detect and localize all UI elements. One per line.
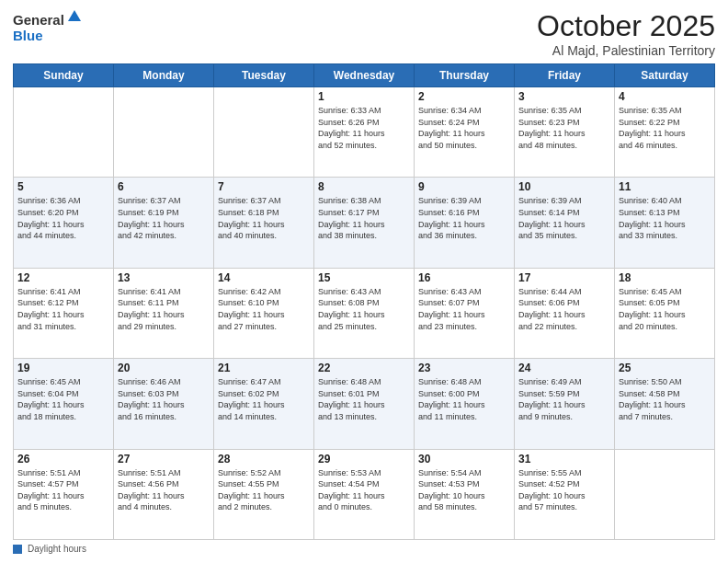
day-info: Sunrise: 6:37 AM Sunset: 6:19 PM Dayligh… — [118, 195, 210, 241]
day-number: 25 — [619, 362, 711, 374]
day-number: 23 — [418, 362, 510, 374]
day-info: Sunrise: 6:39 AM Sunset: 6:14 PM Dayligh… — [518, 195, 610, 241]
day-info: Sunrise: 6:33 AM Sunset: 6:26 PM Dayligh… — [318, 105, 410, 151]
logo: General Blue — [13, 13, 83, 43]
day-info: Sunrise: 6:37 AM Sunset: 6:18 PM Dayligh… — [218, 195, 310, 241]
day-number: 29 — [318, 453, 410, 465]
table-row: 30Sunrise: 5:54 AM Sunset: 4:53 PM Dayli… — [415, 449, 515, 539]
logo-general-text: General — [13, 13, 64, 29]
table-row: 11Sunrise: 6:40 AM Sunset: 6:13 PM Dayli… — [615, 178, 715, 268]
col-sunday: Sunday — [14, 64, 114, 87]
col-friday: Friday — [515, 64, 615, 87]
day-number: 15 — [318, 271, 410, 284]
day-info: Sunrise: 6:43 AM Sunset: 6:07 PM Dayligh… — [418, 286, 510, 332]
footer-dot — [13, 545, 22, 554]
table-row: 6Sunrise: 6:37 AM Sunset: 6:19 PM Daylig… — [114, 178, 214, 268]
calendar-week-4: 26Sunrise: 5:51 AM Sunset: 4:57 PM Dayli… — [14, 449, 715, 539]
table-row: 16Sunrise: 6:43 AM Sunset: 6:07 PM Dayli… — [415, 268, 515, 358]
table-row: 9Sunrise: 6:39 AM Sunset: 6:16 PM Daylig… — [415, 178, 515, 268]
day-info: Sunrise: 6:48 AM Sunset: 6:00 PM Dayligh… — [418, 376, 510, 422]
col-monday: Monday — [114, 64, 214, 87]
col-saturday: Saturday — [615, 64, 715, 87]
table-row: 10Sunrise: 6:39 AM Sunset: 6:14 PM Dayli… — [515, 178, 615, 268]
day-number: 4 — [619, 90, 711, 103]
day-number: 6 — [118, 180, 210, 193]
table-row: 19Sunrise: 6:45 AM Sunset: 6:04 PM Dayli… — [14, 359, 114, 449]
col-thursday: Thursday — [415, 64, 515, 87]
calendar-table: Sunday Monday Tuesday Wednesday Thursday… — [13, 63, 715, 540]
day-number: 2 — [418, 90, 510, 103]
day-info: Sunrise: 5:53 AM Sunset: 4:54 PM Dayligh… — [318, 467, 410, 513]
day-number: 28 — [218, 453, 310, 465]
day-info: Sunrise: 6:38 AM Sunset: 6:17 PM Dayligh… — [318, 195, 410, 241]
subtitle: Al Majd, Palestinian Territory — [537, 43, 715, 58]
calendar-week-0: 1Sunrise: 6:33 AM Sunset: 6:26 PM Daylig… — [14, 87, 715, 178]
day-info: Sunrise: 6:39 AM Sunset: 6:16 PM Dayligh… — [418, 195, 510, 241]
day-info: Sunrise: 6:44 AM Sunset: 6:06 PM Dayligh… — [518, 286, 610, 332]
logo-blue-text: Blue — [13, 29, 83, 44]
day-number: 11 — [619, 180, 711, 193]
table-row: 5Sunrise: 6:36 AM Sunset: 6:20 PM Daylig… — [14, 178, 114, 268]
table-row: 20Sunrise: 6:46 AM Sunset: 6:03 PM Dayli… — [114, 359, 214, 449]
day-info: Sunrise: 6:41 AM Sunset: 6:12 PM Dayligh… — [17, 286, 109, 332]
table-row: 1Sunrise: 6:33 AM Sunset: 6:26 PM Daylig… — [314, 87, 415, 178]
day-number: 21 — [218, 362, 310, 374]
table-row — [114, 87, 214, 178]
table-row: 15Sunrise: 6:43 AM Sunset: 6:08 PM Dayli… — [314, 268, 415, 358]
day-info: Sunrise: 6:49 AM Sunset: 5:59 PM Dayligh… — [518, 376, 610, 422]
title-section: October 2025 Al Majd, Palestinian Territ… — [537, 9, 715, 58]
day-info: Sunrise: 6:36 AM Sunset: 6:20 PM Dayligh… — [17, 195, 109, 241]
day-info: Sunrise: 6:35 AM Sunset: 6:23 PM Dayligh… — [518, 105, 610, 151]
table-row: 27Sunrise: 5:51 AM Sunset: 4:56 PM Dayli… — [114, 449, 214, 539]
table-row: 3Sunrise: 6:35 AM Sunset: 6:23 PM Daylig… — [515, 87, 615, 178]
table-row: 4Sunrise: 6:35 AM Sunset: 6:22 PM Daylig… — [615, 87, 715, 178]
day-info: Sunrise: 6:42 AM Sunset: 6:10 PM Dayligh… — [218, 286, 310, 332]
day-number: 20 — [118, 362, 210, 374]
day-info: Sunrise: 6:48 AM Sunset: 6:01 PM Dayligh… — [318, 376, 410, 422]
day-number: 22 — [318, 362, 410, 374]
calendar-week-3: 19Sunrise: 6:45 AM Sunset: 6:04 PM Dayli… — [14, 359, 715, 449]
table-row: 23Sunrise: 6:48 AM Sunset: 6:00 PM Dayli… — [415, 359, 515, 449]
day-number: 1 — [318, 90, 410, 103]
logo-icon — [66, 8, 83, 25]
table-row: 8Sunrise: 6:38 AM Sunset: 6:17 PM Daylig… — [314, 178, 415, 268]
calendar-week-1: 5Sunrise: 6:36 AM Sunset: 6:20 PM Daylig… — [14, 178, 715, 268]
table-row: 28Sunrise: 5:52 AM Sunset: 4:55 PM Dayli… — [214, 449, 314, 539]
month-title: October 2025 — [537, 9, 715, 43]
day-number: 18 — [619, 271, 711, 284]
table-row: 18Sunrise: 6:45 AM Sunset: 6:05 PM Dayli… — [615, 268, 715, 358]
table-row: 21Sunrise: 6:47 AM Sunset: 6:02 PM Dayli… — [214, 359, 314, 449]
header-row: Sunday Monday Tuesday Wednesday Thursday… — [14, 64, 715, 87]
day-info: Sunrise: 6:35 AM Sunset: 6:22 PM Dayligh… — [619, 105, 711, 151]
day-info: Sunrise: 6:41 AM Sunset: 6:11 PM Dayligh… — [118, 286, 210, 332]
day-number: 5 — [17, 180, 109, 193]
table-row: 17Sunrise: 6:44 AM Sunset: 6:06 PM Dayli… — [515, 268, 615, 358]
table-row: 31Sunrise: 5:55 AM Sunset: 4:52 PM Dayli… — [515, 449, 615, 539]
day-number: 26 — [17, 453, 109, 465]
header: General Blue October 2025 Al Majd, Pales… — [13, 9, 715, 58]
day-number: 14 — [218, 271, 310, 284]
table-row — [615, 449, 715, 539]
table-row: 2Sunrise: 6:34 AM Sunset: 6:24 PM Daylig… — [415, 87, 515, 178]
day-number: 16 — [418, 271, 510, 284]
day-number: 30 — [418, 453, 510, 465]
day-number: 3 — [518, 90, 610, 103]
table-row: 29Sunrise: 5:53 AM Sunset: 4:54 PM Dayli… — [314, 449, 415, 539]
table-row: 12Sunrise: 6:41 AM Sunset: 6:12 PM Dayli… — [14, 268, 114, 358]
col-tuesday: Tuesday — [214, 64, 314, 87]
table-row: 13Sunrise: 6:41 AM Sunset: 6:11 PM Dayli… — [114, 268, 214, 358]
table-row: 7Sunrise: 6:37 AM Sunset: 6:18 PM Daylig… — [214, 178, 314, 268]
day-number: 19 — [17, 362, 109, 374]
day-number: 12 — [17, 271, 109, 284]
table-row: 26Sunrise: 5:51 AM Sunset: 4:57 PM Dayli… — [14, 449, 114, 539]
day-info: Sunrise: 6:34 AM Sunset: 6:24 PM Dayligh… — [418, 105, 510, 151]
day-info: Sunrise: 6:45 AM Sunset: 6:05 PM Dayligh… — [619, 286, 711, 332]
svg-marker-0 — [68, 10, 81, 21]
page: General Blue October 2025 Al Majd, Pales… — [0, 0, 728, 563]
day-number: 13 — [118, 271, 210, 284]
day-number: 27 — [118, 453, 210, 465]
table-row: 25Sunrise: 5:50 AM Sunset: 4:58 PM Dayli… — [615, 359, 715, 449]
table-row: 24Sunrise: 6:49 AM Sunset: 5:59 PM Dayli… — [515, 359, 615, 449]
footer: Daylight hours — [13, 544, 715, 554]
table-row — [14, 87, 114, 178]
